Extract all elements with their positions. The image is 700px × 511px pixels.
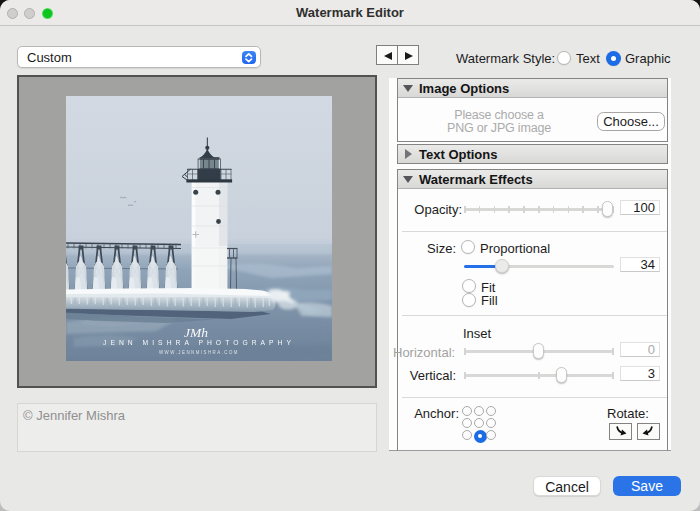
svg-text:WWW.JENNMISHRA.COM: WWW.JENNMISHRA.COM bbox=[159, 350, 239, 355]
svg-text:JMh: JMh bbox=[184, 325, 208, 340]
svg-text:JENN MISHRA PHOTOGRAPHY: JENN MISHRA PHOTOGRAPHY bbox=[103, 339, 295, 346]
